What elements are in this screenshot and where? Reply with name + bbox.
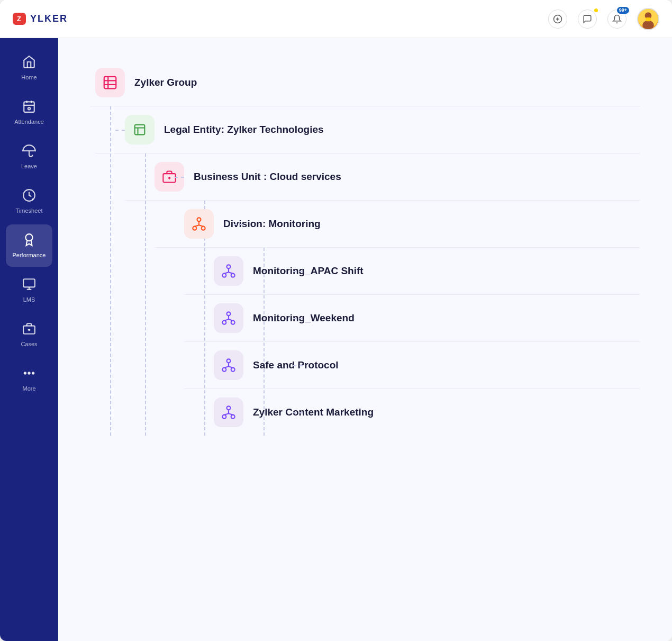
svg-point-21 — [28, 372, 30, 374]
org-tree: Zylker Group — [90, 59, 640, 436]
chat-button[interactable] — [578, 10, 597, 29]
sidebar-label-timesheet: Timesheet — [16, 207, 43, 214]
logo-area: Z YLKER — [13, 13, 68, 25]
sidebar-item-performance[interactable]: Performance — [6, 224, 52, 267]
svg-rect-6 — [646, 17, 650, 21]
tree-row-safe[interactable]: Safe and Protocol — [184, 342, 640, 389]
node-label-weekend: Monitoring_Weekend — [253, 312, 355, 324]
svg-line-53 — [229, 366, 233, 367]
sidebar-item-timesheet[interactable]: Timesheet — [6, 180, 52, 222]
svg-rect-23 — [104, 77, 116, 89]
svg-line-35 — [199, 225, 203, 226]
svg-point-43 — [222, 321, 226, 324]
leave-icon — [22, 144, 36, 160]
svg-point-50 — [231, 368, 235, 372]
node-icon-division — [184, 209, 214, 239]
svg-point-56 — [231, 415, 235, 419]
sidebar-label-leave: Leave — [21, 163, 37, 169]
svg-point-36 — [227, 265, 231, 268]
svg-line-58 — [224, 413, 229, 414]
header: Z YLKER 99+ — [0, 0, 672, 38]
tree-row-apac[interactable]: Monitoring_APAC Shift — [184, 248, 640, 295]
node-icon-weekend — [214, 303, 243, 333]
node-label-legal: Legal Entity: Zylker Technologies — [164, 124, 324, 136]
svg-point-13 — [26, 234, 33, 241]
svg-point-38 — [231, 274, 235, 277]
performance-icon — [22, 233, 36, 249]
content-area: Zylker Group — [58, 38, 672, 641]
svg-point-42 — [227, 312, 231, 315]
node-label-content: Zylker Content Marketing — [253, 407, 374, 418]
sidebar-item-home[interactable]: Home — [6, 47, 52, 89]
sidebar-label-home: Home — [21, 74, 37, 80]
sidebar-item-more[interactable]: More — [6, 358, 52, 400]
notification-button[interactable]: 99+ — [607, 10, 626, 29]
home-icon — [22, 55, 36, 71]
sidebar-item-lms[interactable]: LMS — [6, 269, 52, 311]
svg-rect-24 — [135, 125, 145, 135]
node-icon-root — [95, 68, 125, 97]
node-icon-safe — [214, 350, 243, 380]
tree-row-content[interactable]: Zylker Content Marketing — [184, 389, 640, 436]
sidebar-label-performance: Performance — [13, 252, 46, 258]
sidebar-item-cases[interactable]: Cases — [6, 313, 52, 356]
tree-row-root[interactable]: Zylker Group — [90, 59, 640, 106]
svg-rect-14 — [23, 279, 35, 287]
avatar[interactable] — [637, 8, 659, 30]
svg-line-46 — [224, 319, 229, 320]
attendance-icon — [22, 100, 36, 115]
svg-point-55 — [222, 415, 226, 419]
app-container: Z YLKER 99+ — [0, 0, 672, 641]
notification-count: 99+ — [617, 7, 629, 14]
tree-row-weekend[interactable]: Monitoring_Weekend — [184, 295, 640, 342]
svg-line-40 — [224, 272, 229, 273]
sidebar: Home Attendance — [0, 38, 58, 641]
node-icon-apac — [214, 256, 243, 286]
node-label-apac: Monitoring_APAC Shift — [253, 265, 364, 277]
lms-icon — [22, 277, 36, 293]
tree-row-division[interactable]: Division: Monitoring — [155, 201, 640, 248]
svg-point-54 — [227, 406, 231, 410]
tree-row-legal[interactable]: Legal Entity: Zylker Technologies — [95, 106, 640, 154]
sidebar-label-lms: LMS — [23, 296, 35, 303]
svg-point-48 — [227, 359, 231, 363]
sidebar-label-cases: Cases — [21, 341, 37, 347]
tree-row-business[interactable]: Business Unit : Cloud services — [125, 154, 640, 201]
svg-point-49 — [222, 368, 226, 372]
sidebar-item-leave[interactable]: Leave — [6, 136, 52, 178]
svg-line-41 — [229, 272, 233, 273]
svg-line-34 — [195, 225, 199, 226]
svg-point-31 — [193, 227, 196, 230]
main-layout: Home Attendance — [0, 38, 672, 641]
logo-text: YLKER — [30, 13, 68, 24]
logo-badge: Z — [13, 13, 26, 25]
cases-icon — [22, 322, 36, 338]
svg-line-52 — [224, 366, 229, 367]
svg-point-22 — [32, 372, 34, 374]
svg-line-59 — [229, 413, 233, 414]
node-icon-legal — [125, 115, 155, 145]
svg-point-44 — [231, 321, 235, 324]
header-actions: 99+ — [548, 8, 659, 30]
add-button[interactable] — [548, 10, 567, 29]
timesheet-icon — [22, 188, 36, 204]
more-icon — [22, 366, 36, 382]
node-label-business: Business Unit : Cloud services — [194, 171, 341, 183]
svg-point-20 — [24, 372, 26, 374]
sidebar-label-attendance: Attendance — [14, 119, 44, 125]
svg-point-30 — [197, 218, 201, 221]
svg-point-37 — [222, 274, 226, 277]
sidebar-label-more: More — [22, 385, 35, 392]
svg-point-32 — [202, 227, 205, 230]
svg-point-11 — [28, 107, 30, 110]
node-icon-content — [214, 398, 243, 427]
svg-line-47 — [229, 319, 233, 320]
svg-rect-7 — [24, 102, 34, 112]
sidebar-item-attendance[interactable]: Attendance — [6, 91, 52, 133]
node-label-root: Zylker Group — [134, 77, 197, 88]
